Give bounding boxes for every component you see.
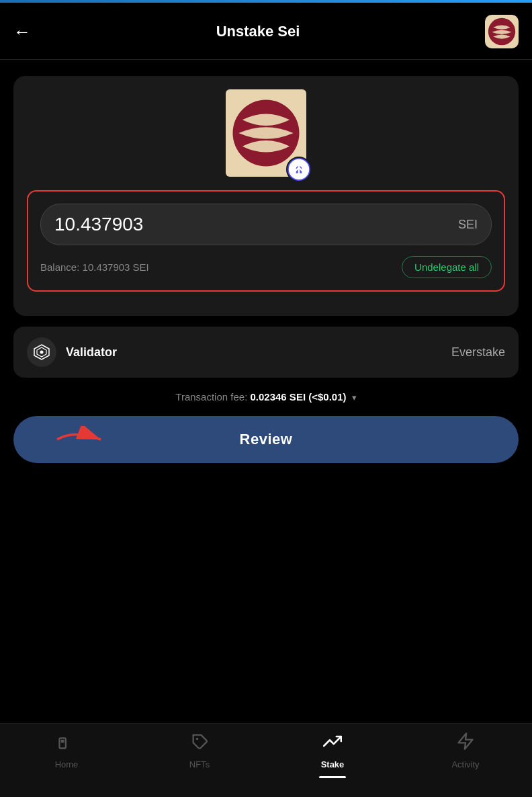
page-title: Unstake Sei bbox=[216, 23, 300, 40]
validator-left: Validator bbox=[27, 337, 117, 367]
home-label: Home bbox=[55, 759, 79, 769]
stake-icon bbox=[323, 732, 342, 755]
header: ← Unstake Sei bbox=[0, 3, 532, 60]
nav-item-stake[interactable]: Stake bbox=[266, 732, 399, 778]
sei-logo-wrap bbox=[27, 89, 505, 177]
nav-item-nfts[interactable]: NFTs bbox=[133, 732, 266, 769]
transaction-fee: Transaction fee: 0.02346 SEI (<$0.01) ▾ bbox=[13, 391, 519, 403]
home-icon bbox=[57, 732, 76, 755]
validator-row[interactable]: Validator Everstake bbox=[13, 327, 519, 378]
tx-fee-dropdown-arrow[interactable]: ▾ bbox=[352, 392, 357, 403]
activity-icon bbox=[456, 732, 475, 755]
red-arrow-annotation bbox=[54, 426, 107, 453]
svg-marker-11 bbox=[459, 733, 473, 749]
sei-logo-card: 10.437903 SEI Balance: 10.437903 SEI Und… bbox=[13, 76, 519, 316]
review-button-wrap: Review bbox=[13, 416, 519, 463]
back-button[interactable]: ← bbox=[13, 23, 31, 40]
sei-logo-background bbox=[226, 89, 306, 177]
bottom-navigation: Home NFTs Stake Activity bbox=[0, 723, 532, 797]
balance-row: Balance: 10.437903 SEI Undelegate all bbox=[40, 256, 492, 278]
undelegate-all-button[interactable]: Undelegate all bbox=[402, 256, 492, 278]
svg-point-6 bbox=[40, 351, 44, 354]
nfts-label: NFTs bbox=[189, 759, 210, 769]
sei-logo-svg bbox=[488, 17, 516, 46]
stake-label: Stake bbox=[321, 759, 345, 769]
stake-active-indicator bbox=[319, 776, 346, 778]
nav-item-activity[interactable]: Activity bbox=[399, 732, 532, 769]
activity-label: Activity bbox=[451, 759, 479, 769]
validator-icon bbox=[27, 337, 56, 367]
sei-logo-header bbox=[485, 15, 519, 48]
validator-name: Everstake bbox=[451, 345, 505, 360]
amount-input-section: 10.437903 SEI Balance: 10.437903 SEI Und… bbox=[27, 190, 505, 292]
svg-point-10 bbox=[196, 738, 199, 741]
nav-item-home[interactable]: Home bbox=[0, 732, 133, 769]
balance-text: Balance: 10.437903 SEI bbox=[40, 261, 149, 273]
validator-label: Validator bbox=[66, 345, 117, 360]
amount-value: 10.437903 bbox=[54, 214, 143, 235]
svg-rect-8 bbox=[60, 738, 66, 748]
svg-rect-9 bbox=[61, 740, 64, 743]
amount-currency: SEI bbox=[458, 218, 478, 232]
amount-input-row[interactable]: 10.437903 SEI bbox=[40, 204, 492, 245]
tx-fee-prefix: Transaction fee: bbox=[175, 391, 247, 403]
tx-fee-amount: 0.02346 SEI (<$0.01) bbox=[250, 391, 346, 403]
nfts-icon bbox=[190, 732, 209, 755]
main-content: 10.437903 SEI Balance: 10.437903 SEI Und… bbox=[0, 60, 532, 486]
sei-badge-icon bbox=[286, 157, 312, 182]
